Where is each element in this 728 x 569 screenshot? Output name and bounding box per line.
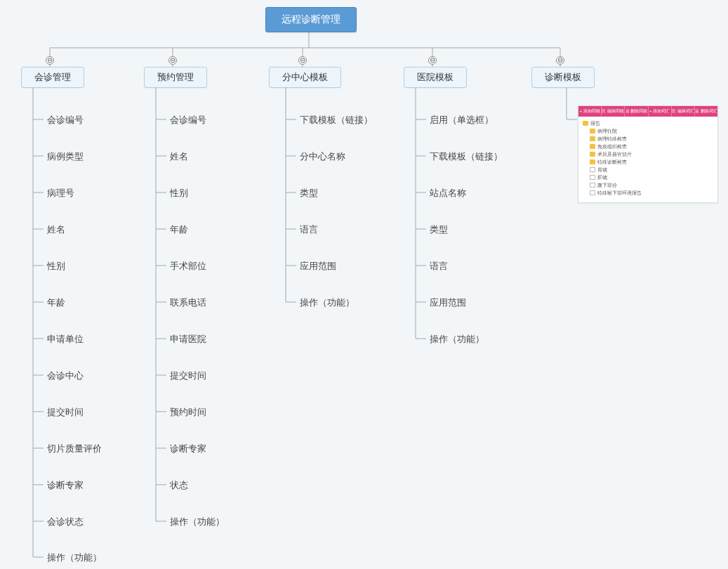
leaf-item[interactable]: 操作（功能）: [170, 516, 225, 528]
screenshot-button[interactable]: 区 编辑同级: [602, 106, 625, 117]
leaf-item[interactable]: 下载模板（链接）: [430, 150, 503, 163]
page-icon: [590, 167, 595, 172]
screenshot-tree-item[interactable]: 报告: [583, 119, 713, 127]
org-chart-canvas: 远程诊断管理 ⊖ ⊖ ⊖ ⊖ ⊖ 会诊管理 预约管理 分中心模板 医院模板 诊断…: [0, 0, 728, 569]
category-label: 诊断模板: [545, 72, 581, 82]
category-node-subcenter[interactable]: 分中心模板: [269, 67, 341, 88]
folder-icon: [590, 144, 595, 149]
screenshot-tree-item[interactable]: 腹下部分: [583, 181, 713, 189]
page-icon: [590, 190, 595, 195]
collapse-toggle[interactable]: ⊖: [168, 56, 177, 65]
leaf-item[interactable]: 联系电话: [170, 296, 206, 309]
folder-icon: [590, 152, 595, 157]
leaf-item[interactable]: 病例类型: [47, 150, 84, 163]
leaf-item[interactable]: 提交时间: [47, 406, 84, 419]
screenshot-tree-item[interactable]: 胃镜: [583, 166, 713, 174]
leaf-item[interactable]: 姓名: [47, 223, 65, 236]
screenshot-tree-item[interactable]: 免疫组织检查: [583, 143, 713, 150]
leaf-item[interactable]: 分中心名称: [300, 150, 345, 163]
leaf-item[interactable]: 会诊中心: [47, 369, 84, 382]
folder-icon: [590, 129, 595, 133]
leaf-item[interactable]: 诊断专家: [170, 443, 206, 455]
leaf-item[interactable]: 申请单位: [47, 333, 84, 346]
leaf-item[interactable]: 会诊编号: [170, 114, 206, 126]
category-label: 分中心模板: [282, 72, 328, 82]
leaf-item[interactable]: 类型: [300, 187, 318, 200]
leaf-item[interactable]: 启用（单选框）: [430, 114, 494, 126]
category-label: 会诊管理: [34, 72, 71, 82]
leaf-item[interactable]: 类型: [430, 223, 448, 236]
leaf-item[interactable]: 操作（功能）: [300, 296, 355, 309]
collapse-toggle[interactable]: ⊖: [428, 56, 437, 65]
leaf-item[interactable]: 切片质量评价: [47, 443, 102, 455]
screenshot-tree-item[interactable]: 术后及器官切片: [583, 150, 713, 158]
screenshot-tree-item[interactable]: 特殊诊断检查: [583, 158, 713, 166]
leaf-item[interactable]: 年龄: [47, 296, 65, 309]
page-icon: [590, 183, 595, 188]
leaf-item[interactable]: 性别: [47, 260, 65, 273]
category-node-consult[interactable]: 会诊管理: [21, 67, 84, 88]
category-label: 预约管理: [157, 72, 194, 82]
folder-icon: [583, 121, 588, 126]
leaf-item[interactable]: 预约时间: [170, 406, 206, 419]
leaf-item[interactable]: 会诊状态: [47, 516, 84, 528]
screenshot-tree: 报告 病理住院 病理特殊检查 免疫组织检查 术后及器官切片 特殊诊断检查 胃镜 …: [578, 117, 717, 202]
category-node-hospital[interactable]: 医院模板: [404, 67, 467, 88]
leaf-item[interactable]: 年龄: [170, 223, 188, 236]
screenshot-tree-item[interactable]: 病理住院: [583, 127, 713, 135]
collapse-toggle[interactable]: ⊖: [556, 56, 564, 65]
leaf-item[interactable]: 会诊编号: [47, 114, 84, 126]
leaf-item[interactable]: 性别: [170, 187, 188, 200]
folder-icon: [590, 136, 595, 141]
collapse-toggle[interactable]: ⊖: [46, 56, 54, 65]
page-icon: [590, 175, 595, 180]
leaf-item[interactable]: 下载模板（链接）: [300, 114, 373, 126]
leaf-item[interactable]: 操作（功能）: [47, 551, 102, 564]
leaf-item[interactable]: 手术部位: [170, 260, 206, 273]
screenshot-button[interactable]: 亩 删除词汇: [695, 106, 717, 117]
root-label: 远程诊断管理: [282, 13, 340, 25]
screenshot-button[interactable]: + 添加词汇: [649, 106, 672, 117]
leaf-item[interactable]: 状态: [170, 479, 188, 492]
leaf-item[interactable]: 应用范围: [300, 260, 336, 273]
screenshot-tree-item[interactable]: 病理特殊检查: [583, 135, 713, 143]
category-node-diagnosis[interactable]: 诊断模板: [531, 67, 595, 88]
category-label: 医院模板: [417, 72, 454, 82]
screenshot-tree-item[interactable]: 肝镜: [583, 174, 713, 181]
folder-icon: [590, 159, 595, 164]
leaf-item[interactable]: 语言: [430, 260, 448, 273]
leaf-item[interactable]: 病理号: [47, 187, 74, 200]
leaf-item[interactable]: 姓名: [170, 150, 188, 163]
leaf-item[interactable]: 诊断专家: [47, 479, 84, 492]
connector-lines: [0, 0, 728, 569]
diagnosis-template-screenshot: + 添加同级 区 编辑同级 亩 删除同级 + 添加词汇 区 编辑词汇 亩 删除词…: [578, 105, 718, 203]
leaf-item[interactable]: 提交时间: [170, 369, 206, 382]
screenshot-toolbar: + 添加同级 区 编辑同级 亩 删除同级 + 添加词汇 区 编辑词汇 亩 删除词…: [578, 106, 717, 117]
screenshot-button[interactable]: 亩 删除同级: [625, 106, 648, 117]
screenshot-tree-item[interactable]: 特殊喉下部环境报告: [583, 189, 713, 197]
screenshot-button[interactable]: 区 编辑词汇: [672, 106, 695, 117]
root-node[interactable]: 远程诊断管理: [265, 7, 357, 32]
screenshot-button[interactable]: + 添加同级: [578, 106, 602, 117]
category-node-booking[interactable]: 预约管理: [144, 67, 207, 88]
leaf-item[interactable]: 应用范围: [430, 296, 466, 309]
leaf-item[interactable]: 站点名称: [430, 187, 466, 200]
leaf-item[interactable]: 操作（功能）: [430, 333, 484, 346]
leaf-item[interactable]: 申请医院: [170, 333, 206, 346]
collapse-toggle[interactable]: ⊖: [298, 56, 307, 65]
leaf-item[interactable]: 语言: [300, 223, 318, 236]
